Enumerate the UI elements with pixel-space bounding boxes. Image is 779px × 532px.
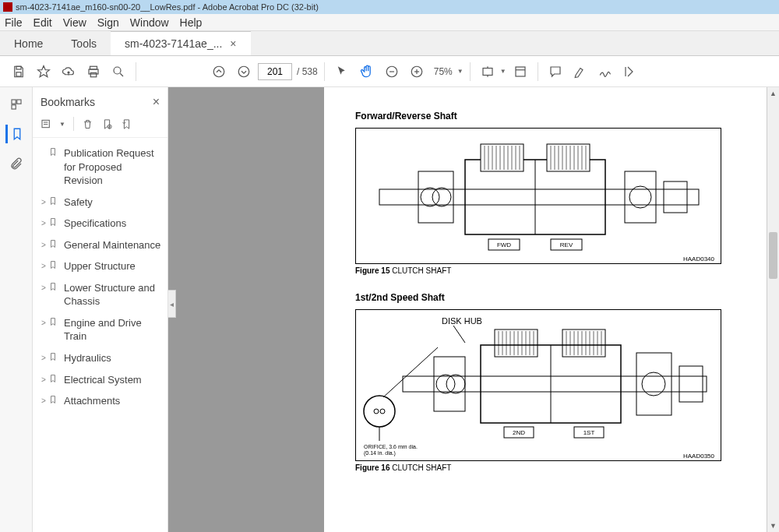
svg-rect-18 bbox=[12, 100, 16, 104]
bookmarks-toolbar: ▼ bbox=[33, 114, 167, 138]
toolbar: / 538 75% ▼ ▼ bbox=[0, 56, 779, 87]
svg-rect-57 bbox=[664, 181, 687, 213]
svg-point-95 bbox=[374, 409, 379, 414]
svg-point-65 bbox=[436, 375, 455, 393]
menu-sign[interactable]: Sign bbox=[97, 16, 119, 29]
figure1-title: Forward/Reverse Shaft bbox=[355, 111, 760, 122]
window-title: sm-4023-7141ae_m160-sn00-20__LowRes.pdf … bbox=[16, 2, 319, 12]
svg-text:ORIFICE, 3.6 mm dia.(0.14 in. : ORIFICE, 3.6 mm dia.(0.14 in. dia.) bbox=[364, 444, 418, 456]
bm-delete-icon[interactable] bbox=[82, 118, 93, 130]
vertical-scrollbar[interactable]: ▲ ▼ bbox=[767, 87, 779, 532]
svg-point-96 bbox=[380, 409, 385, 414]
svg-rect-21 bbox=[42, 120, 49, 127]
bookmark-item[interactable]: >Lower Structure and Chassis bbox=[36, 277, 164, 312]
collapse-handle-icon[interactable]: ◂ bbox=[168, 290, 176, 318]
bookmark-item[interactable]: >Specifications bbox=[36, 213, 164, 234]
svg-rect-5 bbox=[90, 72, 97, 76]
sign-icon[interactable] bbox=[594, 61, 616, 83]
bookmark-item[interactable]: >Engine and Drive Train bbox=[36, 312, 164, 347]
page-up-icon[interactable] bbox=[208, 61, 230, 83]
menu-bar: File Edit View Sign Window Help bbox=[0, 14, 779, 31]
attachments-icon[interactable] bbox=[7, 154, 26, 173]
scroll-thumb[interactable] bbox=[769, 232, 777, 279]
comment-icon[interactable] bbox=[545, 61, 566, 83]
bookmarks-icon[interactable] bbox=[5, 125, 24, 143]
menu-file[interactable]: File bbox=[5, 16, 23, 29]
page-number-input[interactable] bbox=[258, 63, 292, 80]
tab-close-icon[interactable]: × bbox=[230, 37, 236, 50]
figure2-box: DISK HUB 2ND 1ST ORIFICE, 3.6 mm dia.(0.… bbox=[355, 309, 721, 461]
bookmarks-close-icon[interactable]: × bbox=[153, 95, 160, 109]
zoom-dropdown-icon[interactable]: ▼ bbox=[457, 68, 464, 75]
svg-text:DISK HUB: DISK HUB bbox=[442, 316, 482, 326]
svg-line-102 bbox=[453, 326, 465, 343]
tab-document[interactable]: sm-4023-7141ae_... × bbox=[111, 31, 251, 55]
toolbar-separator bbox=[470, 62, 471, 81]
svg-point-6 bbox=[114, 67, 121, 74]
svg-text:1ST: 1ST bbox=[583, 429, 595, 436]
app-icon bbox=[3, 2, 12, 12]
svg-line-97 bbox=[383, 347, 438, 397]
print-icon[interactable] bbox=[83, 61, 104, 83]
tab-home[interactable]: Home bbox=[0, 31, 57, 55]
svg-rect-33 bbox=[481, 144, 523, 171]
hand-icon[interactable] bbox=[356, 61, 378, 83]
menu-edit[interactable]: Edit bbox=[33, 16, 52, 29]
svg-text:REV: REV bbox=[560, 241, 573, 248]
scroll-down-icon[interactable]: ▼ bbox=[767, 520, 779, 532]
bookmark-item[interactable]: >Attachments bbox=[36, 390, 164, 412]
tab-document-label: sm-4023-7141ae_... bbox=[125, 37, 222, 50]
bookmark-item[interactable]: >Upper Structure bbox=[36, 255, 164, 277]
menu-window[interactable]: Window bbox=[130, 16, 169, 29]
bookmark-item[interactable]: >Hydraulics bbox=[36, 347, 164, 369]
svg-point-29 bbox=[421, 188, 439, 206]
bookmarks-title: Bookmarks bbox=[41, 96, 95, 108]
svg-rect-20 bbox=[12, 105, 16, 109]
highlight-icon[interactable] bbox=[569, 61, 591, 83]
scroll-up-icon[interactable]: ▲ bbox=[767, 87, 779, 100]
svg-rect-28 bbox=[418, 171, 453, 223]
fit-width-icon[interactable] bbox=[477, 61, 499, 83]
save-icon[interactable] bbox=[8, 61, 30, 83]
star-icon[interactable] bbox=[33, 61, 55, 83]
zoom-level[interactable]: 75% bbox=[434, 66, 453, 77]
bookmark-item[interactable]: >General Maintenance bbox=[36, 234, 164, 256]
fit-dropdown-icon[interactable]: ▼ bbox=[500, 68, 506, 75]
page-down-icon[interactable] bbox=[233, 61, 255, 83]
bm-new-icon[interactable] bbox=[101, 118, 113, 130]
svg-rect-0 bbox=[16, 66, 21, 69]
scroll-track[interactable] bbox=[767, 100, 779, 520]
select-icon[interactable] bbox=[331, 61, 353, 83]
figure1-box: FWD REV HAAD0340 bbox=[355, 128, 721, 264]
svg-text:HAAD0340: HAAD0340 bbox=[683, 255, 715, 262]
document-area[interactable]: ◂ Forward/Reverse Shaft bbox=[168, 87, 779, 532]
bookmark-item[interactable]: Publication Request for Proposed Revisio… bbox=[36, 143, 164, 192]
find-icon[interactable] bbox=[108, 61, 129, 83]
bookmarks-list: Publication Request for Proposed Revisio… bbox=[33, 138, 167, 415]
figure2-caption: Figure 16 CLUTCH SHAFT bbox=[355, 463, 760, 472]
zoom-in-icon[interactable] bbox=[406, 61, 428, 83]
thumbnails-icon[interactable] bbox=[7, 95, 26, 114]
bookmark-item[interactable]: >Electrical System bbox=[36, 369, 164, 391]
svg-point-9 bbox=[238, 66, 249, 77]
zoom-out-icon[interactable] bbox=[381, 61, 403, 83]
nav-pane bbox=[0, 87, 33, 532]
tab-bar: Home Tools sm-4023-7141ae_... × bbox=[0, 31, 779, 56]
svg-rect-1 bbox=[16, 72, 21, 76]
main-area: Bookmarks × ▼ Publication Request for Pr… bbox=[0, 87, 779, 532]
bm-options-icon[interactable] bbox=[41, 118, 53, 130]
bookmark-item[interactable]: >Safety bbox=[36, 192, 164, 213]
svg-point-8 bbox=[213, 66, 224, 77]
more-icon[interactable] bbox=[619, 61, 641, 83]
svg-rect-80 bbox=[562, 329, 605, 357]
page-display-icon[interactable] bbox=[509, 61, 531, 83]
cloud-icon[interactable] bbox=[58, 61, 79, 83]
svg-rect-15 bbox=[483, 68, 492, 75]
bm-expand-icon[interactable] bbox=[121, 118, 132, 130]
page-total-label: / 538 bbox=[297, 66, 318, 77]
menu-help[interactable]: Help bbox=[180, 16, 203, 29]
window-titlebar: sm-4023-7141ae_m160-sn00-20__LowRes.pdf … bbox=[0, 0, 779, 14]
tab-tools[interactable]: Tools bbox=[57, 31, 111, 55]
menu-view[interactable]: View bbox=[63, 16, 86, 29]
svg-text:2ND: 2ND bbox=[513, 429, 525, 436]
